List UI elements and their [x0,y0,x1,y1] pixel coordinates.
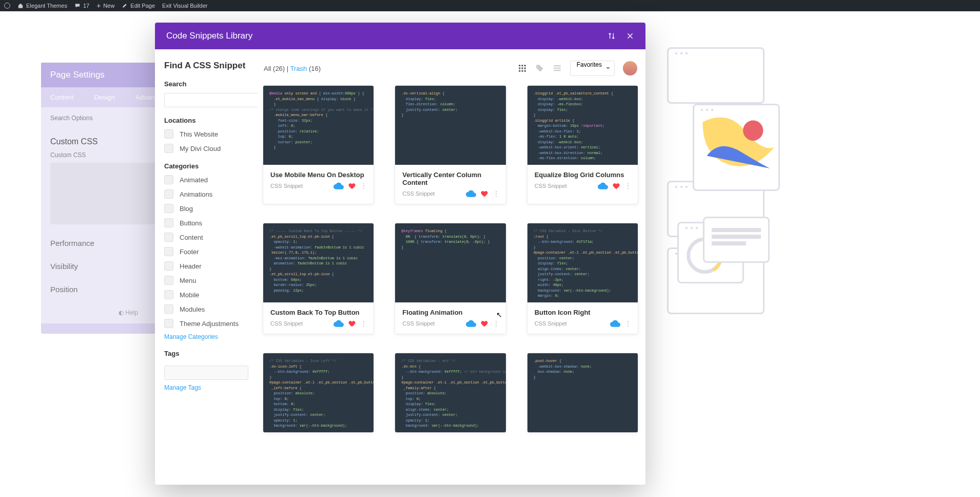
code-preview: .dv-vertical-align { display: flex; flex… [395,86,505,165]
svg-point-0 [5,3,10,9]
snippet-type: CSS Snippet [270,320,303,327]
cloud-icon[interactable] [466,320,476,327]
snippet-title: Equalize Blog Grid Columns [535,171,631,179]
manage-tags-link[interactable]: Manage Tags [164,384,248,391]
category-checkbox[interactable]: Blog [164,204,248,213]
snippet-card[interactable]: /* CSS Variables - etc */.dv-btn { --btn… [395,353,506,433]
cloud-icon[interactable] [610,320,620,327]
code-preview: .post-hover { -webkit-box-shadow: none; … [527,353,638,432]
modal-header: Code Snippets Library [155,23,645,49]
snippet-card[interactable]: /* CSS Variables - Icon Left */.dv-icon-… [263,353,374,433]
page-canvas: Page Settings Content Design Advanced Se… [0,11,980,497]
cloud-icon[interactable] [466,190,476,197]
snippet-title: Use Mobile Menu On Desktop [270,171,366,179]
category-checkbox[interactable]: Content [164,233,248,242]
snippet-card[interactable]: @media only screen and ( min-width:980px… [263,85,374,204]
snippet-title: Floating Animation [402,309,498,316]
category-checkbox[interactable]: Buttons [164,218,248,227]
modal-content: All (26) | Trash (16) Favorites @media o… [258,49,645,485]
tags-label: Tags [164,350,248,357]
favorites-select[interactable]: Favorites [570,61,615,76]
sidebar-heading: Find A CSS Snippet [164,61,248,71]
comments-link[interactable]: 17 [74,3,89,9]
more-icon[interactable]: ⋮ [493,319,499,328]
site-name-link[interactable]: Elegant Themes [17,3,67,9]
svg-rect-3 [519,65,520,66]
tab-design[interactable]: Design [94,93,115,101]
svg-rect-6 [519,68,520,69]
svg-rect-9 [519,70,520,72]
more-icon[interactable]: ⋮ [360,319,366,328]
code-preview: @media only screen and ( min-width:980px… [263,86,374,165]
category-checkbox[interactable]: Theme Adjustments [164,319,248,328]
cursor-icon: ↖ [496,311,502,319]
modal-title: Code Snippets Library [166,31,252,41]
location-checkbox[interactable]: This Website [164,129,248,139]
svg-rect-12 [554,65,561,66]
result-counts: All (26) | Trash (16) [264,65,321,72]
edit-page-link[interactable]: Edit Page [122,3,155,9]
new-link[interactable]: +New [96,2,114,10]
heart-icon[interactable] [480,319,488,328]
snippet-card[interactable]: /* ----- Custom Back To Top Button -----… [263,223,374,334]
heart-icon[interactable] [348,182,356,190]
trash-link[interactable]: Trash [290,65,307,72]
code-preview: /* ----- Custom Back To Top Button -----… [263,223,374,302]
all-count[interactable]: All (26) [264,65,285,72]
heart-icon[interactable] [612,182,620,190]
user-avatar[interactable] [623,61,637,75]
category-checkbox[interactable]: Animated [164,175,248,184]
svg-rect-8 [524,68,525,69]
category-checkbox[interactable]: Mobile [164,290,248,299]
tag-view-icon[interactable] [535,64,544,73]
snippet-title: Custom Back To Top Button [270,309,366,316]
code-preview: /* CSS Variables - Icon Left */.dv-icon-… [263,353,374,432]
sort-icon[interactable] [607,32,616,40]
exit-visual-builder-link[interactable]: Exit Visual Builder [162,3,207,9]
category-checkbox[interactable]: Modules [164,304,248,314]
tab-content[interactable]: Content [50,93,74,101]
grid-view-icon[interactable] [518,64,527,73]
search-input[interactable] [164,93,258,107]
tags-input[interactable] [164,366,248,380]
close-icon[interactable] [626,32,634,40]
category-checkbox[interactable]: Menu [164,276,248,285]
location-checkbox[interactable]: My Divi Cloud [164,144,248,153]
snippet-type: CSS Snippet [535,320,567,327]
search-label: Search [164,80,248,88]
code-preview: /* CSS Variable - Divi Button */:root { … [527,223,638,302]
svg-rect-7 [521,68,523,69]
manage-categories-link[interactable]: Manage Categories [164,333,248,340]
snippet-card[interactable]: .dv-vertical-align { display: flex; flex… [395,85,506,204]
svg-rect-13 [554,68,561,69]
more-icon[interactable]: ⋮ [624,319,631,328]
category-checkbox[interactable]: Header [164,261,248,271]
svg-rect-11 [524,70,525,72]
category-checkbox[interactable]: Animations [164,189,248,199]
code-preview: .bloggrid .et_pb_salvattore_content { di… [527,86,638,165]
locations-label: Locations [164,117,248,124]
svg-point-1 [743,121,763,141]
more-icon[interactable]: ⋮ [624,182,631,190]
cloud-icon[interactable] [334,182,344,189]
code-preview: /* CSS Variables - etc */.dv-btn { --btn… [395,353,505,432]
category-checkbox[interactable]: Footer [164,247,248,256]
snippet-card[interactable]: .bloggrid .et_pb_salvattore_content { di… [527,85,638,204]
snippet-card[interactable]: .post-hover { -webkit-box-shadow: none; … [527,353,638,433]
wp-admin-bar: Elegant Themes 17 +New Edit Page Exit Vi… [0,0,980,11]
list-view-icon[interactable] [553,64,562,73]
svg-rect-4 [521,65,523,66]
cloud-icon[interactable] [334,320,344,327]
more-icon[interactable]: ⋮ [493,189,499,198]
snippet-type: CSS Snippet [535,183,567,189]
more-icon[interactable]: ⋮ [360,182,366,190]
heart-icon[interactable] [480,189,488,198]
snippet-card[interactable]: /* CSS Variable - Divi Button */:root { … [527,223,638,334]
snippet-card[interactable]: @keyframes floating { 0% { transform: tr… [395,223,506,334]
code-snippets-modal: Code Snippets Library Find A CSS Snippet… [155,23,645,485]
cloud-icon[interactable] [598,182,608,189]
wp-logo[interactable] [4,3,10,9]
svg-point-2 [689,239,721,272]
heart-icon[interactable] [348,319,356,328]
background-wireframes [667,47,959,407]
